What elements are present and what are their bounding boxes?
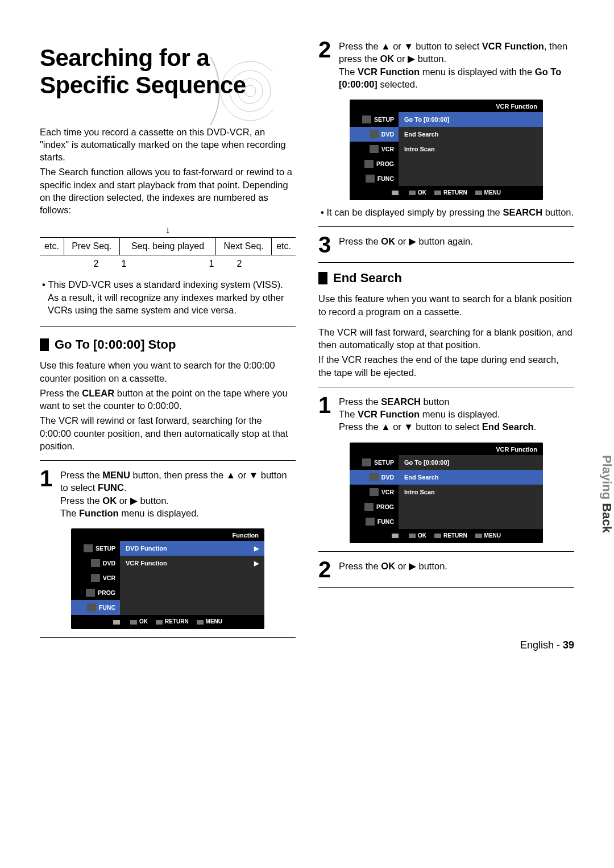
osd-vcr-function-menu-endsearch: VCR Function SETUP DVD VCR PROG FUNC Go …: [350, 443, 543, 543]
osd-row-intro-scan: Intro Scan: [399, 485, 543, 499]
osd-row-intro-scan: Intro Scan: [399, 142, 543, 156]
osd-row-goto: Go To [0:00:00]: [399, 112, 543, 127]
osd-side-vcr: VCR: [350, 485, 399, 499]
osd-row-end-search: End Search: [399, 127, 543, 142]
svg-point-3: [244, 85, 256, 97]
section-tab: Playing Back: [599, 455, 614, 533]
goto-step-2: 2 Press the ▲ or ▼ button to select VCR …: [318, 40, 574, 90]
osd-row-dvd-function: DVD Function▶: [120, 541, 264, 556]
osd-ok-hint: OK: [409, 189, 426, 196]
divider: [318, 387, 574, 387]
divider: [318, 551, 574, 552]
osd-side-dvd: DVD: [350, 127, 399, 142]
svg-point-1: [230, 71, 271, 111]
osd-menu-hint: MENU: [197, 618, 222, 625]
right-caret-icon: ▶: [254, 556, 259, 571]
sequence-table: ↓ etc. Prev Seq. Seq. being played Next …: [40, 224, 296, 272]
goto-step-3: 3 Press the OK or ▶ button again.: [318, 235, 574, 254]
page-footer: English - 39: [520, 639, 574, 651]
right-caret-icon: ▶: [254, 541, 259, 556]
disc-decoration-icon: [205, 57, 273, 125]
dpad-icon: [392, 532, 401, 539]
end-p2: The VCR will fast forward, searching for…: [318, 326, 574, 352]
osd-ok-hint: OK: [409, 532, 426, 539]
goto-p3: The VCR will rewind or fast forward, sea…: [40, 414, 296, 452]
heading-tab-icon: [40, 338, 49, 351]
osd-menu-hint: MENU: [475, 189, 501, 196]
osd-side-dvd: DVD: [350, 470, 399, 485]
intro-paragraph-1: Each time you record a cassette on this …: [40, 126, 296, 164]
intro-paragraph-2: The Search function allows you to fast-f…: [40, 166, 296, 216]
osd-side-func: FUNC: [350, 514, 399, 529]
osd-return-hint: RETURN: [156, 618, 189, 625]
search-button-note: It can be displayed simply by pressing t…: [318, 206, 574, 218]
osd-return-hint: RETURN: [434, 532, 467, 539]
svg-point-0: [221, 61, 273, 121]
heading-tab-icon: [318, 272, 327, 284]
end-p1: Use this feature when you want to search…: [318, 292, 574, 318]
osd-title: VCR Function: [350, 100, 543, 112]
osd-footer: OK RETURN MENU: [350, 529, 543, 542]
osd-side-setup: SETUP: [71, 541, 120, 556]
divider: [318, 587, 574, 588]
divider: [40, 637, 296, 638]
osd-ok-hint: OK: [130, 618, 148, 625]
osd-row-goto: Go To [0:00:00]: [399, 455, 543, 470]
page-title-block: Searching for a Specific Sequence: [40, 40, 296, 110]
osd-row-vcr-function: VCR Function▶: [120, 556, 264, 571]
osd-row-end-search: End Search: [399, 470, 543, 485]
viss-note: This DVD-VCR uses a standard indexing sy…: [40, 278, 296, 316]
osd-side-vcr: VCR: [350, 142, 399, 156]
goto-step-1: 1 Press the MENU button, then press the …: [40, 469, 296, 519]
osd-function-menu: Function SETUP DVD VCR PROG FUNC DVD Fun…: [71, 528, 264, 629]
osd-side-func: FUNC: [350, 171, 399, 186]
osd-side-setup: SETUP: [350, 455, 399, 470]
divider: [40, 460, 296, 461]
osd-side-func: FUNC: [71, 600, 120, 615]
divider: [318, 262, 574, 263]
osd-side-prog: PROG: [350, 499, 399, 514]
osd-side-prog: PROG: [350, 156, 399, 171]
osd-menu-hint: MENU: [475, 532, 501, 539]
end-step-2: 2 Press the OK or ▶ button.: [318, 560, 574, 579]
osd-return-hint: RETURN: [434, 189, 467, 196]
dpad-icon: [392, 189, 401, 196]
end-step-1: 1 Press the SEARCH button The VCR Functi…: [318, 395, 574, 433]
end-search-heading: End Search: [318, 271, 574, 286]
svg-point-2: [238, 78, 263, 104]
divider: [40, 326, 296, 327]
osd-footer: OK RETURN MENU: [71, 615, 264, 628]
end-p3: If the VCR reaches the end of the tape d…: [318, 353, 574, 379]
goto-p2: Press the CLEAR button at the point on t…: [40, 387, 296, 412]
osd-side-dvd: DVD: [71, 556, 120, 571]
goto-heading: Go To [0:00:00] Stop: [40, 337, 296, 352]
goto-p1: Use this feature when you want to search…: [40, 359, 296, 385]
osd-side-prog: PROG: [71, 585, 120, 600]
dpad-icon: [113, 618, 122, 625]
osd-side-vcr: VCR: [71, 571, 120, 585]
osd-side-setup: SETUP: [350, 112, 399, 127]
osd-footer: OK RETURN MENU: [350, 186, 543, 199]
down-arrow-icon: ↓: [40, 224, 296, 236]
osd-title: VCR Function: [350, 443, 543, 455]
divider: [318, 226, 574, 227]
osd-vcr-function-menu-goto: VCR Function SETUP DVD VCR PROG FUNC Go …: [350, 100, 543, 200]
osd-title: Function: [71, 528, 264, 541]
